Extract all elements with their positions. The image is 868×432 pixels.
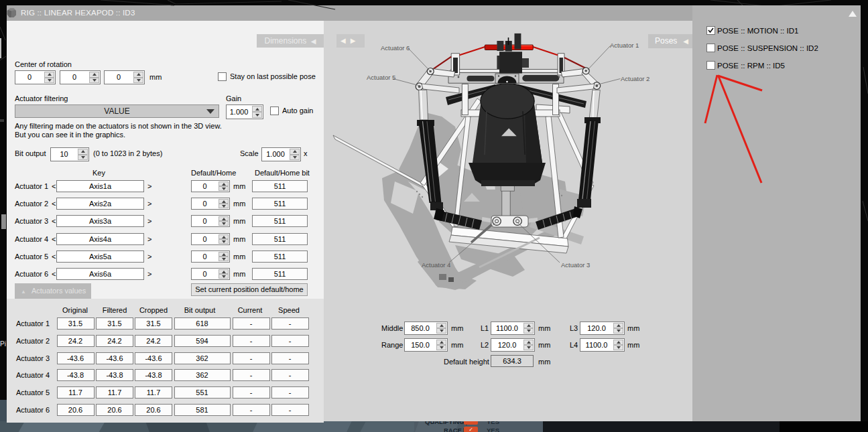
svg-text:Actuator 6: Actuator 6 (381, 44, 410, 52)
svg-text:Actuator 5: Actuator 5 (367, 74, 395, 81)
svg-text:Actuator 2: Actuator 2 (621, 75, 649, 82)
svg-text:Actuator 3: Actuator 3 (561, 261, 590, 269)
svg-text:Actuator 1: Actuator 1 (610, 42, 639, 49)
svg-text:Actuator 4: Actuator 4 (422, 261, 450, 269)
